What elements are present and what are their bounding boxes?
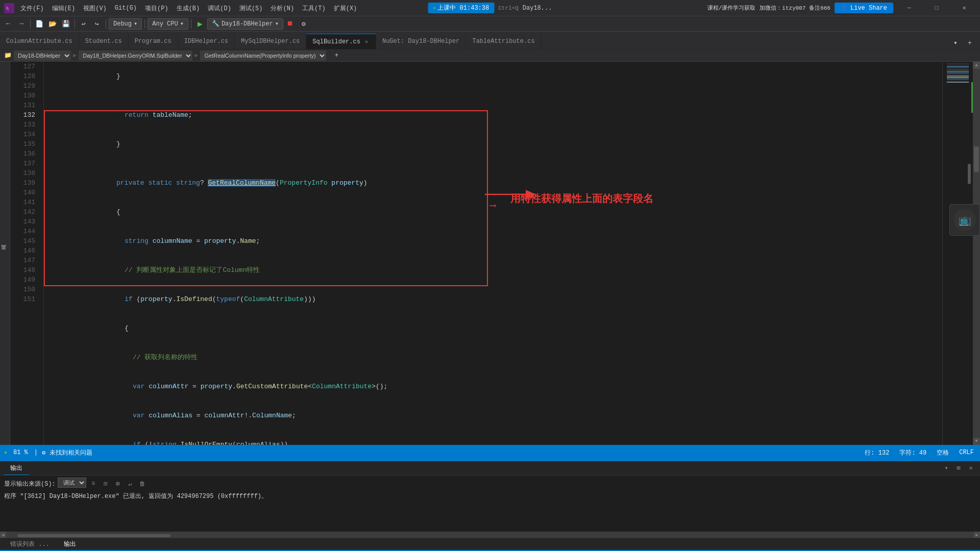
- nav-sep: ▶: [73, 52, 77, 59]
- status-line[interactable]: 行: 132: [863, 447, 891, 458]
- cpu-chevron: ▾: [180, 20, 184, 28]
- tab-student[interactable]: Student.cs: [79, 34, 129, 49]
- nav-add-button[interactable]: +: [330, 49, 342, 62]
- status-zoom[interactable]: 81 %: [11, 448, 30, 457]
- line-num-146: 146: [20, 246, 39, 256]
- debug-dropdown[interactable]: Debug ▾: [109, 18, 142, 30]
- minimize-button[interactable]: ─: [897, 0, 921, 16]
- tab-nuget[interactable]: NuGet: Day18-DBHelper: [376, 34, 466, 49]
- h-scroll-left[interactable]: ◀: [0, 532, 6, 538]
- menu-edit[interactable]: 编辑(E): [48, 2, 80, 15]
- menu-extensions[interactable]: 扩展(X): [330, 2, 361, 15]
- minimap-line: [947, 66, 969, 67]
- output-toolbar-btn3[interactable]: ⊞: [113, 479, 123, 489]
- new-file-button[interactable]: 📄: [33, 18, 45, 30]
- line-num-139: 139: [20, 178, 39, 188]
- editor-gutter: [10, 62, 20, 445]
- clock-dot: ●: [433, 6, 436, 10]
- source-select[interactable]: 调试: [58, 478, 86, 488]
- output-clear[interactable]: 🗑: [137, 479, 148, 489]
- bottom-scrollbar[interactable]: ◀ ▶: [0, 532, 980, 538]
- save-button[interactable]: 💾: [60, 18, 72, 30]
- output-toolbar-btn2[interactable]: ⊡: [101, 479, 111, 489]
- panel-tab-errors[interactable]: 错误列表 ...: [4, 538, 56, 550]
- h-scroll-thumb[interactable]: [17, 534, 170, 537]
- panel-close-btn[interactable]: ✕: [966, 463, 976, 473]
- tv-icon[interactable]: 📺: [953, 209, 976, 231]
- forward-button[interactable]: →: [15, 18, 28, 30]
- menu-test[interactable]: 测试(S): [235, 2, 267, 15]
- nav-namespace-select[interactable]: Day18_DBHelper.GerryORM.SqlBuilder: [79, 51, 192, 61]
- new-tab-button[interactable]: +: [964, 37, 976, 49]
- code-line-132: private static string? GetRealColumnName…: [52, 168, 942, 197]
- v-scroll-thumb[interactable]: [974, 146, 979, 172]
- panel-minimize-btn[interactable]: ▾: [941, 463, 951, 473]
- menu-tools[interactable]: 工具(T): [298, 2, 330, 15]
- tab-label: Program.cs: [135, 38, 172, 45]
- line-num-129: 129: [20, 81, 39, 91]
- close-button[interactable]: ✕: [952, 0, 976, 16]
- code-line-136: if (property.IsDefined(typeof(ColumnAttr…: [52, 285, 942, 314]
- menu-git[interactable]: Git(G): [111, 3, 141, 14]
- clock-display[interactable]: ● 上课中 01:43:38: [428, 3, 495, 13]
- nav-project-select[interactable]: Day18-DBHelper: [14, 51, 71, 61]
- sidebar-toolbox-label[interactable]: 工具箱: [0, 252, 10, 256]
- code-content-area[interactable]: } return tableName; } private static str…: [44, 62, 942, 445]
- tab-close-sqlbuilder[interactable]: ✕: [363, 38, 370, 45]
- nav-method-select[interactable]: GetRealColumnName(PropertyInfo property): [200, 51, 326, 61]
- status-space[interactable]: 空格: [935, 447, 951, 458]
- tab-idbhelper[interactable]: IDBHelper.cs: [178, 34, 235, 49]
- cpu-dropdown[interactable]: Any CPU ▾: [148, 18, 188, 30]
- vertical-scrollbar[interactable]: ▲ ▼: [973, 62, 980, 445]
- tab-sqlbuilder[interactable]: SqlBuilder.cs ✕: [306, 34, 376, 49]
- stop-button[interactable]: ⏹: [284, 18, 297, 30]
- status-col[interactable]: 字符: 49: [897, 447, 928, 458]
- project-dropdown[interactable]: 🔧 Day18-DBHelper ▾: [207, 18, 283, 30]
- menu-file[interactable]: 文件(F): [16, 2, 48, 15]
- undo-button[interactable]: ↩: [78, 18, 90, 30]
- back-button[interactable]: ←: [2, 18, 14, 30]
- panel-tab-output[interactable]: 输出: [4, 462, 29, 475]
- menu-project[interactable]: 项目(P): [141, 2, 173, 15]
- tab-columnattribute[interactable]: ColumnAttribute.cs: [0, 34, 79, 49]
- minimap-line: [947, 82, 969, 83]
- cpu-label: Any CPU: [152, 20, 178, 28]
- menu-view[interactable]: 视图(V): [79, 2, 111, 15]
- live-share-button[interactable]: 👤 Live Share: [835, 3, 893, 13]
- minimap-scrollbar-thumb[interactable]: [968, 164, 971, 184]
- output-word-wrap[interactable]: ↵: [125, 479, 135, 489]
- line-numbers: 127 128 129 130 131 132 133 134 135 136 …: [20, 62, 44, 445]
- run-button[interactable]: ▶: [194, 18, 206, 30]
- scroll-down-button[interactable]: ▼: [973, 438, 980, 445]
- left-sidebar: 工具箱: [0, 62, 10, 445]
- debug-label: Debug: [113, 20, 132, 28]
- tab-mysqldbhelper[interactable]: MySqlDBHelper.cs: [235, 34, 306, 49]
- maximize-button[interactable]: □: [925, 0, 948, 16]
- tab-list-button[interactable]: ▾: [949, 37, 962, 49]
- code-line-139: var columnAttr = property.GetCustomAttri…: [52, 372, 942, 401]
- line-num-144: 144: [20, 227, 39, 236]
- scroll-up-button[interactable]: ▲: [973, 62, 980, 69]
- h-scroll-right[interactable]: ▶: [974, 532, 980, 538]
- panel-float-btn[interactable]: ⊞: [953, 463, 964, 473]
- tab-tableattribute[interactable]: TableAttribute.cs: [466, 34, 541, 49]
- debug-chevron: ▾: [134, 20, 137, 28]
- code-line-130: }: [52, 130, 942, 159]
- menu-build[interactable]: 生成(B): [173, 2, 204, 15]
- settings-button[interactable]: ⚙: [298, 18, 310, 30]
- menu-analyze[interactable]: 分析(N): [266, 2, 298, 15]
- code-line-127: }: [52, 62, 942, 91]
- menu-debug[interactable]: 调试(D): [204, 2, 235, 15]
- status-encoding[interactable]: CRLF: [957, 448, 976, 457]
- panel-tab-output2[interactable]: 输出: [58, 538, 82, 551]
- minimap-line: [947, 76, 969, 77]
- toolbar-separator-4: [144, 19, 145, 29]
- nav-sep2: ▶: [194, 52, 198, 59]
- promo-text: 课程/课件学习获取: [707, 4, 756, 12]
- open-button[interactable]: 📂: [46, 18, 59, 30]
- tab-program[interactable]: Program.cs: [129, 34, 178, 49]
- h-scroll-track[interactable]: [6, 533, 974, 537]
- redo-button[interactable]: ↪: [91, 18, 103, 30]
- output-toolbar-btn1[interactable]: ≡: [88, 479, 99, 489]
- wechat-text: 加微信：itzy007 备注666: [760, 4, 830, 12]
